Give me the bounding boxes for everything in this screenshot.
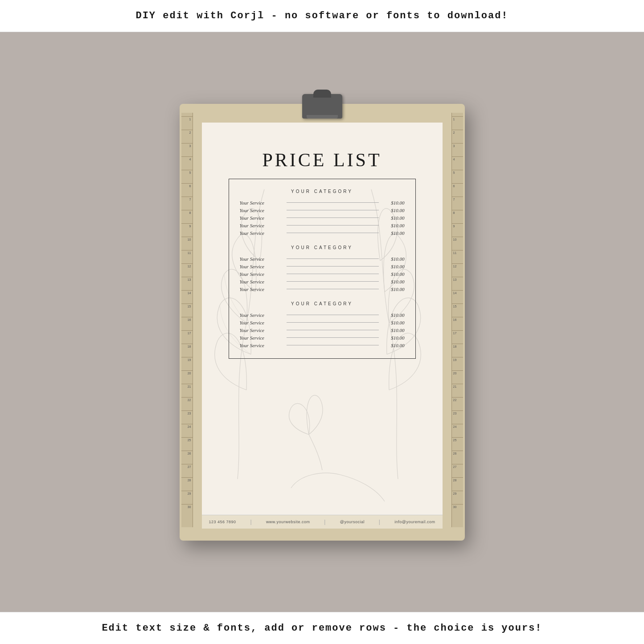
table-row: Your Service $10.00	[240, 200, 405, 205]
top-banner-text: DIY edit with Corjl - no software or fon…	[135, 10, 508, 21]
service-price: $10.00	[383, 335, 405, 340]
bottom-banner-text: Edit text size & fonts, add or remove ro…	[102, 623, 542, 634]
category-title-2: YOUR CATEGORY	[240, 245, 405, 250]
services-box: YOUR CATEGORY Your Service $10.00 Your S…	[229, 179, 416, 359]
footer-divider-3: |	[379, 519, 381, 525]
table-row: Your Service $10.00	[240, 279, 405, 284]
service-price: $10.00	[383, 208, 405, 213]
footer-divider-2: |	[324, 519, 326, 525]
category-section-3: YOUR CATEGORY Your Service $10.00 Your S…	[240, 301, 405, 348]
price-list-title: PRICE LIST	[220, 149, 425, 171]
service-price: $10.00	[383, 200, 405, 205]
category-title-3: YOUR CATEGORY	[240, 301, 405, 306]
paper-footer: 123 456 7890 | www.yourwebsite.com | @yo…	[202, 515, 443, 529]
service-price: $10.00	[383, 279, 405, 284]
service-price: $10.00	[383, 312, 405, 318]
service-name: Your Service	[240, 200, 282, 205]
service-name: Your Service	[240, 335, 282, 340]
scene: 1 2 3 4 5 6 7 8 9 10 11 12 13 14 15 16 1…	[0, 32, 644, 612]
service-line	[287, 258, 379, 259]
service-line	[287, 233, 379, 233]
service-line	[287, 345, 379, 345]
service-price: $10.00	[383, 230, 405, 236]
service-name: Your Service	[240, 312, 282, 318]
service-name: Your Service	[240, 279, 282, 284]
footer-email: info@youremail.com	[394, 520, 435, 524]
service-name: Your Service	[240, 271, 282, 277]
service-line	[287, 330, 379, 330]
category-title-1: YOUR CATEGORY	[240, 189, 405, 194]
ruler-right: 1 2 3 4 5 6 7 8 9 10 11 12 13 14 15 16 1…	[451, 113, 463, 527]
service-line	[287, 315, 379, 315]
service-name: Your Service	[240, 264, 282, 269]
table-row: Your Service $10.00	[240, 230, 405, 236]
service-line	[287, 274, 379, 274]
table-row: Your Service $10.00	[240, 335, 405, 340]
table-row: Your Service $10.00	[240, 256, 405, 262]
bottom-banner: Edit text size & fonts, add or remove ro…	[0, 612, 644, 644]
table-row: Your Service $10.00	[240, 223, 405, 228]
service-name: Your Service	[240, 328, 282, 333]
clipboard: 1 2 3 4 5 6 7 8 9 10 11 12 13 14 15 16 1…	[180, 104, 465, 541]
service-name: Your Service	[240, 287, 282, 292]
service-price: $10.00	[383, 320, 405, 325]
footer-phone: 123 456 7890	[209, 520, 236, 524]
service-price: $10.00	[383, 215, 405, 221]
table-row: Your Service $10.00	[240, 328, 405, 333]
service-price: $10.00	[383, 271, 405, 277]
service-price: $10.00	[383, 264, 405, 269]
table-row: Your Service $10.00	[240, 215, 405, 221]
service-line	[287, 266, 379, 267]
service-name: Your Service	[240, 320, 282, 325]
table-row: Your Service $10.00	[240, 264, 405, 269]
service-name: Your Service	[240, 215, 282, 221]
table-row: Your Service $10.00	[240, 271, 405, 277]
service-line	[287, 289, 379, 289]
clipboard-clip	[302, 94, 342, 119]
service-price: $10.00	[383, 343, 405, 348]
service-line	[287, 202, 379, 203]
paper-content: PRICE LIST YOUR CATEGORY Your Service $1…	[220, 149, 425, 359]
service-price: $10.00	[383, 256, 405, 262]
service-line	[287, 225, 379, 226]
service-line	[287, 281, 379, 282]
category-section-2: YOUR CATEGORY Your Service $10.00 Your S…	[240, 245, 405, 292]
service-line	[287, 337, 379, 338]
table-row: Your Service $10.00	[240, 320, 405, 325]
footer-social: @yoursocial	[340, 520, 365, 524]
service-line	[287, 217, 379, 218]
service-name: Your Service	[240, 256, 282, 262]
top-banner: DIY edit with Corjl - no software or fon…	[0, 0, 644, 32]
service-price: $10.00	[383, 223, 405, 228]
category-section-1: YOUR CATEGORY Your Service $10.00 Your S…	[240, 189, 405, 236]
paper: PRICE LIST YOUR CATEGORY Your Service $1…	[202, 123, 443, 515]
service-name: Your Service	[240, 223, 282, 228]
footer-divider-1: |	[250, 519, 252, 525]
service-line	[287, 210, 379, 210]
service-price: $10.00	[383, 287, 405, 292]
footer-website: www.yourwebsite.com	[266, 520, 310, 524]
table-row: Your Service $10.00	[240, 343, 405, 348]
service-price: $10.00	[383, 328, 405, 333]
ruler-left: 1 2 3 4 5 6 7 8 9 10 11 12 13 14 15 16 1…	[181, 113, 193, 527]
service-line	[287, 322, 379, 323]
service-name: Your Service	[240, 208, 282, 213]
service-name: Your Service	[240, 230, 282, 236]
table-row: Your Service $10.00	[240, 287, 405, 292]
service-name: Your Service	[240, 343, 282, 348]
table-row: Your Service $10.00	[240, 312, 405, 318]
table-row: Your Service $10.00	[240, 208, 405, 213]
